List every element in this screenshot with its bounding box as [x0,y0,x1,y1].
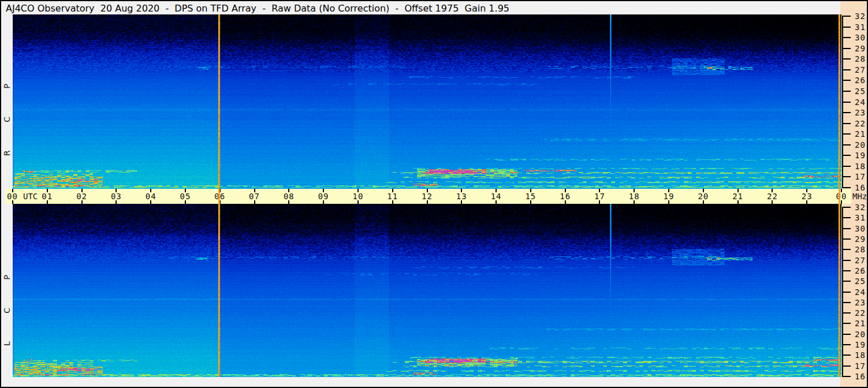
time-tick-label: 12 [419,191,436,202]
freq-tick-label: 30 [855,32,868,43]
freq-tick [842,344,851,345]
cal-line-overlay [218,189,220,204]
time-tick-label: 15 [522,191,539,202]
time-tick-label: 00 [7,191,24,202]
freq-tick [842,144,851,146]
freq-tick-label: 32 [855,11,868,21]
freq-tick-label: 20 [855,329,868,339]
freq-tick [842,238,851,240]
freq-tick [842,91,851,92]
freq-tick [842,80,851,81]
freq-tick [842,207,851,208]
freq-tick-label: 16 [855,371,868,382]
page-title: AJ4CO Observatory 20 Aug 2020 - DPS on T… [6,2,509,14]
time-tick-label: 21 [729,191,747,202]
freq-tick [842,260,851,261]
freq-tick-label: 23 [855,107,868,118]
time-axis: 0001020304050607080910111213141516171819… [6,189,851,204]
rcp-axis-label: R C P [1,28,13,202]
time-tick-label: 11 [384,191,401,202]
freq-tick-label: 23 [855,297,868,308]
freq-tick-label: 17 [855,171,868,182]
freq-tick-label: 22 [855,118,868,129]
freq-tick-label: 19 [855,339,868,350]
freq-tick-label: 26 [855,266,868,276]
time-tick-label: 22 [763,191,781,202]
freq-tick-label: 24 [855,97,868,107]
dps-spectrogram-page: AJ4CO Observatory 20 Aug 2020 - DPS on T… [0,0,868,388]
freq-tick [842,69,851,70]
freq-tick [842,37,851,38]
freq-tick [842,166,851,167]
lcp-axis-label: L C P [1,219,13,388]
freq-tick [842,228,851,229]
spectrogram-panel-rcp [13,14,841,189]
time-tick-label: 23 [798,191,815,202]
freq-tick-label: 24 [855,287,868,297]
time-tick-label: 02 [73,191,91,202]
freq-tick-label: 32 [855,202,868,212]
freq-tick [842,16,851,17]
time-tick-label: 03 [107,191,125,202]
freq-tick [842,292,851,293]
freq-tick [842,281,851,282]
freq-tick-label: 26 [855,75,868,85]
lcp-spectrogram-canvas [13,204,841,377]
rcp-spectrogram-canvas [13,14,841,189]
freq-tick-label: 22 [855,308,868,318]
freq-tick-label: 27 [855,65,868,75]
freq-tick [842,187,851,188]
freq-tick-label: 18 [855,350,868,360]
freq-tick-label: 27 [855,255,868,266]
freq-tick-label: 30 [855,223,868,234]
freq-tick-label: 25 [855,86,868,96]
cal-line-overlay [839,189,840,204]
freq-tick [842,176,851,177]
freq-tick-label: 17 [855,361,868,371]
time-tick-label: 16 [557,191,574,202]
freq-tick-label: 29 [855,234,868,244]
freq-tick [842,270,851,271]
freq-tick-label: 29 [855,43,868,54]
freq-tick-label: 16 [855,182,868,193]
time-tick-label: 17 [591,191,608,202]
time-tick-label: 18 [625,191,643,202]
freq-tick-label: 18 [855,161,868,171]
freq-tick [842,365,851,367]
freq-tick [842,27,851,28]
time-tick-label: 07 [246,191,263,202]
freq-tick [842,123,851,124]
freq-tick [842,323,851,324]
freq-tick-label: 31 [855,212,868,223]
freq-tick [842,58,851,59]
time-tick-label: 05 [177,191,194,202]
freq-tick [842,249,851,250]
spectrogram-panel-lcp [13,204,841,377]
freq-tick-label: 25 [855,276,868,286]
freq-tick [842,302,851,303]
freq-tick [842,155,851,156]
freq-tick-label: 19 [855,150,868,161]
freq-tick [842,112,851,113]
freq-tick [842,102,851,103]
freq-tick-label: 28 [855,54,868,64]
time-tick-label: 10 [349,191,367,202]
freq-tick [842,376,851,377]
freq-tick-label: 21 [855,318,868,329]
time-tick-label: 01 [39,191,56,202]
freq-tick-label: 21 [855,129,868,139]
time-tick-label: 14 [487,191,505,202]
time-tick-label: 04 [142,191,159,202]
time-tick-label: 19 [660,191,677,202]
freq-tick [842,48,851,49]
freq-tick [842,334,851,335]
time-tick-label: 13 [453,191,470,202]
utc-unit-label: UTC [23,191,38,202]
time-tick-label: 20 [695,191,712,202]
freq-tick-label: 28 [855,244,868,255]
freq-tick [842,355,851,356]
freq-tick-label: 31 [855,22,868,32]
freq-tick-label: 20 [855,140,868,150]
time-tick-label: 08 [280,191,297,202]
freq-tick [842,217,851,218]
